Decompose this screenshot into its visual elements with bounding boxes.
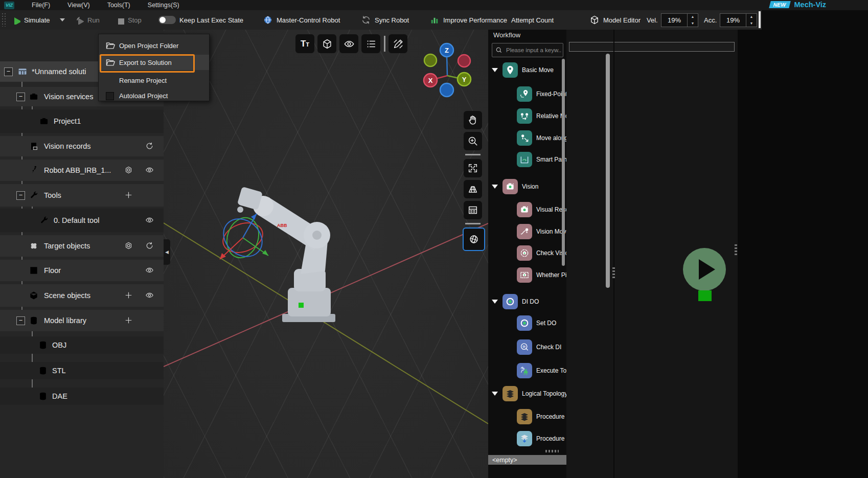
canvas-scrollbar[interactable]	[606, 54, 610, 288]
acceleration-down-icon[interactable]: ▼	[746, 20, 757, 27]
viewport-3d[interactable]: ABB TT	[164, 30, 489, 478]
workflow-search[interactable]	[492, 43, 563, 57]
collapse-triangle-icon[interactable]	[492, 185, 498, 189]
velocity-up-icon[interactable]: ▲	[688, 14, 698, 20]
toggle-off-icon[interactable]	[158, 16, 176, 24]
display-list-button[interactable]	[361, 34, 380, 53]
menu-item-rename-project[interactable]: Rename Project	[99, 73, 209, 87]
toggle-labels-button[interactable]: TT	[295, 34, 314, 53]
run-button[interactable]: Run	[75, 10, 100, 30]
menu-tools[interactable]: Tools(T)	[107, 2, 130, 9]
splitter-grip[interactable]	[735, 244, 737, 257]
checkbox-unchecked-icon[interactable]	[106, 92, 114, 100]
add-model-icon[interactable]	[124, 316, 133, 325]
measure-tools-button[interactable]	[389, 34, 407, 53]
tree-row-target-objects[interactable]: Target objects	[0, 235, 164, 257]
model-editor-button[interactable]: Model Editor	[589, 10, 641, 30]
velocity-down-icon[interactable]: ▼	[688, 20, 698, 27]
workflow-scrollbar[interactable]	[562, 59, 565, 266]
keep-last-exec-toggle[interactable]: Keep Last Exec State	[158, 10, 243, 30]
tree-row-stl[interactable]: STL	[0, 362, 164, 379]
collapse-minus-icon[interactable]: −	[16, 316, 25, 325]
visibility-button[interactable]	[339, 34, 358, 53]
tree-row-dae[interactable]: DAE	[0, 388, 164, 405]
tree-row-floor[interactable]: Floor	[0, 260, 164, 281]
workflow-item-vision-move[interactable]: Vision Move	[488, 222, 566, 241]
collapse-triangle-icon[interactable]	[492, 300, 498, 304]
collapse-triangle-icon[interactable]	[492, 68, 498, 72]
add-scene-object-icon[interactable]	[124, 291, 133, 300]
menu-file[interactable]: File(F)	[32, 2, 50, 9]
globe-view-button-selected[interactable]	[463, 227, 485, 251]
gear-icon[interactable]	[124, 241, 133, 251]
toolbar-grip[interactable]	[2, 10, 6, 30]
workflow-start-node[interactable]	[683, 248, 726, 291]
tree-row-robot[interactable]: Robot ABB_IRB_1...	[0, 160, 164, 181]
empty-selection-bar[interactable]: <empty>	[488, 455, 566, 465]
workflow-search-input[interactable]	[505, 47, 563, 54]
pan-button[interactable]	[464, 111, 482, 129]
refresh-icon[interactable]	[145, 241, 154, 251]
eye-icon[interactable]	[145, 291, 154, 300]
velocity-arrows[interactable]: ▲▼	[687, 14, 698, 27]
improve-performance-button[interactable]: Improve Performance	[429, 10, 507, 30]
stop-button[interactable]: Stop	[116, 10, 142, 30]
splitter-grip[interactable]	[612, 267, 615, 280]
simulate-dropdown-icon[interactable]	[60, 18, 65, 21]
tree-row-tools[interactable]: − Tools	[0, 184, 164, 207]
velocity-stepper[interactable]: 19% ▲▼	[661, 10, 698, 30]
acceleration-arrows[interactable]: ▲▼	[746, 14, 757, 27]
attempt-count-button[interactable]: Attempt Count	[511, 10, 554, 30]
perspective-button[interactable]	[464, 180, 482, 198]
tree-row-project1[interactable]: Project1	[0, 109, 164, 133]
data-table-button[interactable]	[464, 201, 482, 219]
workflow-item-check-vision-result[interactable]: Check Vision Re...	[488, 244, 566, 262]
axis-neg-y-ball[interactable]	[424, 54, 437, 66]
menu-item-open-project-folder[interactable]: Open Project Folder	[99, 37, 209, 54]
workflow-item-basic-move[interactable]: Basic Move	[488, 61, 566, 79]
master-control-robot-button[interactable]: Master-Control Robot	[263, 10, 340, 30]
workflow-item-whether-pick-point[interactable]: Whether Pick P...	[488, 266, 566, 284]
acceleration-value[interactable]: 19%	[720, 14, 746, 27]
collapse-triangle-icon[interactable]	[492, 392, 498, 396]
eye-icon[interactable]	[145, 216, 154, 225]
acceleration-stepper[interactable]: 19% ▲▼	[720, 10, 757, 30]
workflow-canvas[interactable]	[566, 30, 739, 478]
menu-settings[interactable]: Settings(S)	[148, 2, 179, 9]
workflow-item-procedure-exit[interactable]: Procedure Exit	[488, 429, 566, 448]
tree-row-model-library[interactable]: − Model library	[0, 310, 164, 331]
axis-neg-x-ball[interactable]	[458, 55, 470, 67]
acceleration-up-icon[interactable]: ▲	[746, 14, 757, 20]
menu-view[interactable]: View(V)	[67, 2, 90, 9]
orientation-gizmo[interactable]: Z X Y	[422, 42, 488, 104]
tree-row-obj[interactable]: OBJ	[0, 336, 164, 354]
zoom-button[interactable]	[464, 132, 482, 150]
workflow-item-fixed-point-move[interactable]: Fixed-Point Move	[488, 85, 566, 103]
fit-view-button[interactable]	[464, 159, 482, 177]
workflow-item-logical-topology[interactable]: Logical Topology	[488, 384, 566, 403]
tree-row-default-tool[interactable]: 0. Default tool	[0, 209, 164, 232]
refresh-icon[interactable]	[145, 142, 154, 151]
velocity-value[interactable]: 19%	[661, 14, 687, 27]
axis-neg-z-ball[interactable]	[440, 83, 453, 97]
eye-icon[interactable]	[145, 266, 154, 275]
simulate-button[interactable]: Simulate	[11, 10, 65, 30]
workflow-item-di-do[interactable]: DI DO	[488, 292, 566, 311]
workflow-item-smart-path-in-bin[interactable]: Smart Path in Bin	[488, 150, 566, 169]
workflow-item-visual-recognition[interactable]: Visual Recogniti...	[488, 200, 566, 219]
canvas-name-input[interactable]	[569, 42, 735, 52]
collapse-minus-icon[interactable]: −	[16, 191, 25, 200]
panel-collapse-tab[interactable]: ◀	[164, 239, 170, 265]
eye-icon[interactable]	[145, 166, 154, 175]
workflow-item-procedure[interactable]: Procedure	[488, 407, 566, 426]
show-model-button[interactable]	[317, 34, 336, 53]
collapse-minus-icon[interactable]: −	[4, 67, 13, 76]
workflow-item-move-along-line[interactable]: Move along Line	[488, 129, 566, 147]
add-tool-icon[interactable]	[124, 191, 133, 200]
workflow-item-execute-tool-action[interactable]: Execute Tool Ac...	[488, 361, 566, 380]
workflow-item-check-di[interactable]: Check DI	[488, 338, 566, 356]
start-node-connector[interactable]	[698, 290, 712, 301]
workflow-item-vision[interactable]: Vision	[488, 177, 566, 196]
collapse-minus-icon[interactable]: −	[16, 93, 25, 101]
gear-icon[interactable]	[124, 166, 133, 175]
